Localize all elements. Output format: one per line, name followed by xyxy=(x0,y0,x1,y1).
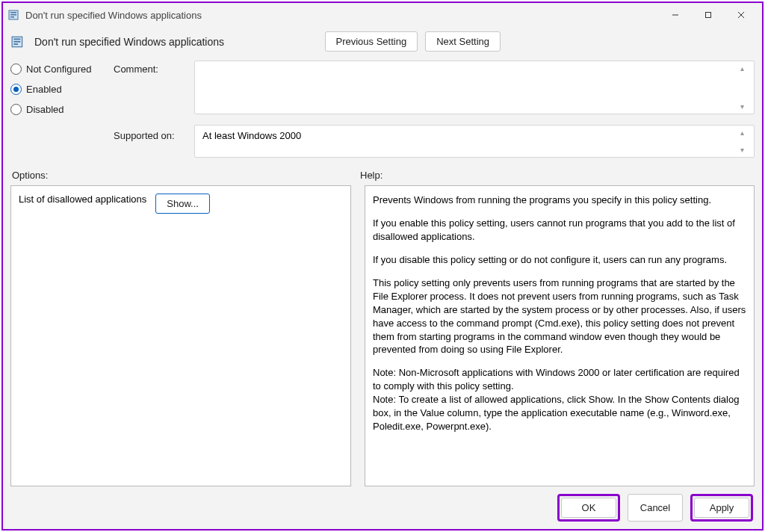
policy-title: Don't run specified Windows applications xyxy=(34,36,224,48)
titlebar: Don't run specified Windows applications xyxy=(3,3,762,27)
highlight-apply: Apply xyxy=(690,494,753,522)
help-paragraph: This policy setting only prevents users … xyxy=(373,276,746,357)
help-paragraph: If you enable this policy setting, users… xyxy=(373,217,746,244)
svg-rect-9 xyxy=(13,38,20,40)
help-paragraph: Note: Non-Microsoft applications with Wi… xyxy=(373,366,746,393)
header-row: Don't run specified Windows applications… xyxy=(3,27,762,58)
svg-rect-5 xyxy=(706,13,711,18)
options-label: Options: xyxy=(12,170,360,181)
radio-disabled[interactable]: Disabled xyxy=(10,104,103,115)
maximize-button[interactable] xyxy=(692,4,725,26)
policy-icon xyxy=(10,34,25,49)
scroll-down-icon[interactable]: ▾ xyxy=(740,102,751,111)
svg-rect-2 xyxy=(10,14,16,16)
cancel-button[interactable]: Cancel xyxy=(628,494,683,522)
help-paragraph: If you disable this policy setting or do… xyxy=(373,253,746,267)
svg-rect-1 xyxy=(10,12,16,13)
show-button[interactable]: Show... xyxy=(155,194,210,214)
options-panel: List of disallowed applications Show... xyxy=(10,185,351,486)
dialog-footer: OK Cancel Apply xyxy=(3,486,762,529)
supported-on-label: Supported on: xyxy=(114,130,184,141)
apply-button[interactable]: Apply xyxy=(694,498,749,518)
previous-setting-button[interactable]: Previous Setting xyxy=(325,31,418,52)
highlight-ok: OK xyxy=(557,494,620,522)
radio-label: Not Configured xyxy=(26,64,91,75)
policy-dialog: Don't run specified Windows applications… xyxy=(1,1,764,531)
disallowed-list-label: List of disallowed applications xyxy=(19,194,146,205)
svg-rect-11 xyxy=(13,43,18,45)
radio-not-configured[interactable]: Not Configured xyxy=(10,64,103,75)
comment-label: Comment: xyxy=(114,64,184,75)
scroll-up-icon[interactable]: ▴ xyxy=(740,129,751,137)
next-setting-button[interactable]: Next Setting xyxy=(425,31,501,52)
comment-textarea[interactable]: ▴▾ xyxy=(194,61,755,114)
svg-rect-10 xyxy=(13,40,20,42)
close-button[interactable] xyxy=(725,4,758,26)
radio-label: Disabled xyxy=(26,104,64,115)
scroll-down-icon[interactable]: ▾ xyxy=(740,146,751,154)
radio-enabled[interactable]: Enabled xyxy=(10,84,103,95)
ok-button[interactable]: OK xyxy=(561,498,616,518)
help-paragraph: Note: To create a list of allowed applic… xyxy=(373,393,746,433)
help-paragraph: Prevents Windows from running the progra… xyxy=(373,194,746,207)
supported-on-text: At least Windows 2000 xyxy=(202,130,301,141)
help-panel: Prevents Windows from running the progra… xyxy=(365,185,755,486)
help-label: Help: xyxy=(360,170,382,181)
window-title: Don't run specified Windows applications xyxy=(25,10,659,21)
svg-rect-3 xyxy=(10,16,14,18)
supported-on-box: At least Windows 2000 ▴▾ xyxy=(194,125,755,158)
policy-icon xyxy=(7,8,21,22)
radio-label: Enabled xyxy=(26,84,62,95)
scroll-up-icon[interactable]: ▴ xyxy=(740,64,751,72)
minimize-button[interactable] xyxy=(659,4,692,26)
